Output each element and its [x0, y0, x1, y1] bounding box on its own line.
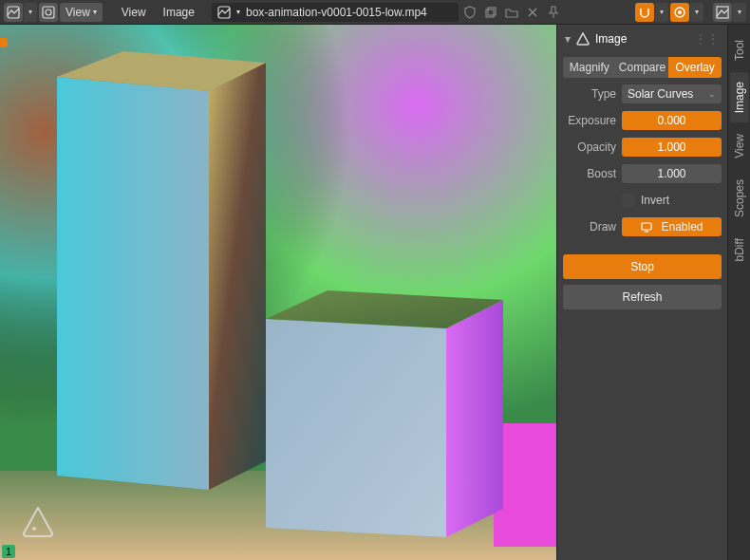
main-area: 1 ▾ Image ⋮⋮ Magnify Compare Overlay Typ… — [0, 25, 750, 560]
top-toolbar: ▾ View ▾ View Image ▾ box-animation-v000… — [0, 0, 750, 25]
snap-icon[interactable] — [635, 3, 654, 22]
exposure-label: Exposure — [563, 114, 616, 127]
frame-indicator: 1 — [2, 545, 15, 558]
row-invert: Invert — [563, 190, 722, 211]
side-tab-image[interactable]: Image — [730, 72, 749, 122]
tab-overlay[interactable]: Overlay — [668, 57, 722, 78]
row-opacity: Opacity 1.000 — [563, 137, 722, 158]
svg-marker-13 — [57, 77, 209, 490]
file-name: box-animation-v0001-0015-low.mp4 — [246, 6, 427, 19]
draw-toggle[interactable]: Enabled — [622, 217, 722, 236]
svg-point-7 — [678, 10, 682, 14]
invert-label: Invert — [641, 194, 669, 207]
open-folder-icon[interactable] — [502, 3, 521, 22]
menu-image[interactable]: Image — [156, 6, 202, 19]
chevron-down-icon: ▾ — [93, 8, 97, 16]
proportional-chevron-icon[interactable]: ▾ — [690, 3, 703, 22]
type-value: Solar Curves — [628, 87, 693, 101]
row-exposure: Exposure 0.000 — [563, 110, 722, 131]
chevron-down-icon: ⌄ — [708, 89, 716, 99]
editor-type-chevron-icon[interactable]: ▾ — [24, 3, 37, 22]
side-tab-bdiff[interactable]: bDiff — [730, 229, 749, 271]
properties-panel: ▾ Image ⋮⋮ Magnify Compare Overlay Type … — [556, 25, 727, 560]
duplicate-icon[interactable] — [481, 3, 500, 22]
view-mode-label: View — [66, 6, 90, 19]
clip-display-chevron-icon[interactable]: ▾ — [733, 3, 746, 22]
invert-checkbox[interactable] — [622, 194, 635, 207]
close-icon[interactable] — [523, 3, 542, 22]
mode-tabs: Magnify Compare Overlay — [563, 57, 722, 78]
collapse-handle-icon[interactable] — [0, 38, 8, 47]
side-tab-strip: Tool Image View Scopes bDiff — [727, 25, 750, 560]
opacity-field[interactable]: 1.000 — [622, 138, 722, 157]
svg-rect-4 — [486, 9, 494, 17]
boost-field[interactable]: 1.000 — [622, 164, 722, 183]
svg-rect-8 — [717, 7, 728, 18]
refresh-button[interactable]: Refresh — [563, 285, 722, 309]
svg-rect-20 — [642, 223, 651, 230]
svg-rect-5 — [488, 8, 496, 15]
type-select[interactable]: Solar Curves ⌄ — [622, 84, 722, 103]
image-viewport[interactable]: 1 — [0, 25, 556, 560]
monitor-icon — [640, 220, 653, 233]
image-icon — [217, 6, 231, 19]
draw-label: Draw — [563, 220, 616, 233]
clip-display-icon[interactable] — [713, 3, 732, 22]
exposure-field[interactable]: 0.000 — [622, 111, 722, 130]
snap-chevron-icon[interactable]: ▾ — [655, 3, 668, 22]
grip-icon[interactable]: ⋮⋮ — [695, 32, 720, 46]
view-mode-dropdown[interactable]: View ▾ — [60, 3, 103, 22]
row-type: Type Solar Curves ⌄ — [563, 84, 722, 104]
svg-marker-14 — [209, 63, 266, 490]
svg-rect-1 — [43, 7, 54, 18]
side-tab-scopes[interactable]: Scopes — [730, 170, 749, 227]
tab-magnify[interactable]: Magnify — [563, 57, 616, 78]
svg-point-19 — [32, 527, 36, 531]
app-logo-overlay — [21, 505, 55, 539]
stop-button[interactable]: Stop — [563, 254, 722, 279]
file-field[interactable]: ▾ box-animation-v0001-0015-low.mp4 — [212, 3, 459, 22]
side-tab-view[interactable]: View — [730, 124, 749, 168]
row-boost: Boost 1.000 — [563, 163, 722, 184]
row-draw: Draw Enabled — [563, 216, 722, 237]
type-label: Type — [563, 87, 616, 101]
proportional-icon[interactable] — [670, 3, 689, 22]
panel-title: Image — [595, 32, 627, 46]
svg-marker-16 — [266, 319, 446, 537]
editor-type-icon[interactable] — [4, 3, 23, 22]
svg-point-2 — [46, 9, 51, 15]
draw-value: Enabled — [661, 220, 703, 233]
chevron-down-icon: ▾ — [236, 8, 240, 16]
chevron-down-icon: ▾ — [565, 32, 571, 46]
rendered-image — [0, 25, 556, 560]
tab-compare[interactable]: Compare — [616, 57, 669, 78]
shield-icon[interactable] — [460, 3, 479, 22]
svg-marker-17 — [446, 300, 503, 537]
pin-icon[interactable] — [39, 3, 58, 22]
opacity-label: Opacity — [563, 140, 616, 154]
side-tab-tool[interactable]: Tool — [730, 30, 749, 70]
panel-header[interactable]: ▾ Image ⋮⋮ — [563, 30, 722, 51]
boost-label: Boost — [563, 167, 616, 180]
pin-toggle-icon[interactable] — [544, 3, 563, 22]
menu-view[interactable]: View — [114, 6, 154, 19]
app-logo-icon — [576, 32, 590, 46]
